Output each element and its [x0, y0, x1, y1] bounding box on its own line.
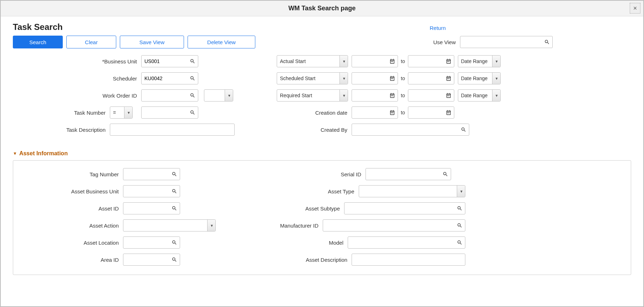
asset-id-lookup[interactable]: [123, 202, 180, 214]
delete-view-button[interactable]: Delete View: [188, 36, 255, 48]
save-view-button[interactable]: Save View: [120, 36, 184, 48]
asset-location-lookup[interactable]: [123, 236, 180, 249]
asset-bu-input[interactable]: [123, 185, 180, 197]
asset-description-label: Asset Description: [266, 257, 352, 263]
required-start-to-date[interactable]: [408, 89, 454, 102]
required-start-from-date[interactable]: [352, 89, 398, 102]
scheduled-start-value: Scheduled Start: [280, 76, 316, 81]
task-number-op-value: =: [113, 110, 116, 115]
actual-start-to-input[interactable]: [408, 55, 454, 67]
task-number-label: Task Number: [13, 110, 110, 116]
model-input[interactable]: [348, 236, 465, 249]
created-by-lookup[interactable]: [352, 124, 469, 136]
actual-start-range-select[interactable]: Date Range ▼: [458, 55, 501, 67]
scheduled-start-to-input[interactable]: [408, 72, 454, 84]
asset-subtype-label: Asset Subtype: [266, 205, 344, 212]
asset-id-input[interactable]: [123, 202, 180, 214]
scheduler-label: Scheduler: [13, 76, 141, 82]
creation-date-label: Creation date: [277, 110, 352, 116]
scheduled-start-range-select[interactable]: Date Range ▼: [458, 72, 501, 84]
asset-type-select[interactable]: ▼: [359, 185, 465, 197]
asset-type-label: Asset Type: [266, 188, 359, 194]
asset-section-box: Tag Number Asset Business Unit Asset ID: [13, 160, 631, 275]
business-unit-lookup[interactable]: [141, 55, 198, 67]
asset-subtype-input[interactable]: [344, 202, 465, 214]
work-order-aux-select[interactable]: ▼: [204, 89, 233, 102]
use-view-input[interactable]: [460, 36, 553, 48]
chevron-down-icon: ▼: [460, 189, 463, 193]
content-scroll[interactable]: Task Search Return Search Clear Save Vie…: [1, 16, 643, 306]
asset-description-input[interactable]: [352, 254, 465, 266]
actual-start-select[interactable]: Actual Start ▼: [277, 55, 348, 67]
tag-number-label: Tag Number: [23, 171, 123, 177]
use-view-lookup[interactable]: [460, 36, 553, 48]
required-start-range-select[interactable]: Date Range ▼: [458, 89, 501, 102]
chevron-down-icon: ▼: [127, 111, 131, 115]
caret-down-icon: ▼: [13, 151, 17, 156]
chevron-down-icon: ▼: [342, 77, 346, 80]
close-button[interactable]: ×: [630, 3, 640, 14]
to-label: to: [401, 76, 405, 81]
serial-id-lookup[interactable]: [366, 168, 451, 180]
required-start-to-input[interactable]: [408, 89, 454, 102]
creation-date-to[interactable]: [408, 106, 454, 119]
manufacturer-id-label: Manufacturer ID: [266, 223, 323, 229]
asset-bu-lookup[interactable]: [123, 185, 180, 197]
created-by-input[interactable]: [352, 124, 469, 136]
creation-date-to-input[interactable]: [408, 106, 454, 119]
asset-id-label: Asset ID: [23, 205, 123, 212]
asset-subtype-lookup[interactable]: [344, 202, 465, 214]
to-label: to: [401, 93, 405, 98]
scheduler-lookup[interactable]: [141, 72, 198, 84]
chevron-down-icon: ▼: [495, 59, 499, 63]
creation-date-from[interactable]: [352, 106, 398, 119]
asset-action-label: Asset Action: [23, 223, 123, 229]
chevron-down-icon: ▼: [210, 224, 214, 228]
task-number-input[interactable]: [141, 106, 198, 119]
window-title: WM Task Search page: [288, 5, 356, 12]
chevron-down-icon: ▼: [495, 94, 499, 98]
date-range-value: Date Range: [461, 58, 488, 64]
scheduled-start-select[interactable]: Scheduled Start ▼: [277, 72, 348, 84]
titlebar: WM Task Search page ×: [1, 1, 643, 16]
actual-start-from-date[interactable]: [352, 55, 398, 67]
tag-number-lookup[interactable]: [123, 168, 180, 180]
area-id-input[interactable]: [123, 254, 180, 266]
actual-start-to-date[interactable]: [408, 55, 454, 67]
chevron-down-icon: ▼: [342, 94, 346, 98]
area-id-lookup[interactable]: [123, 254, 180, 266]
work-order-id-lookup[interactable]: [141, 89, 198, 102]
task-description-input[interactable]: [110, 124, 235, 136]
scheduled-start-to-date[interactable]: [408, 72, 454, 84]
model-label: Model: [266, 240, 348, 246]
asset-location-label: Asset Location: [23, 240, 123, 246]
model-lookup[interactable]: [348, 236, 465, 249]
required-start-select[interactable]: Required Start ▼: [277, 89, 348, 102]
serial-id-input[interactable]: [366, 168, 451, 180]
task-number-lookup[interactable]: [141, 106, 198, 119]
actual-start-value: Actual Start: [280, 58, 306, 64]
asset-section-toggle[interactable]: ▼ Asset Information: [13, 150, 631, 157]
return-link[interactable]: Return: [430, 25, 446, 31]
required-start-value: Required Start: [280, 93, 312, 98]
scheduled-start-from-input[interactable]: [352, 72, 398, 84]
work-order-id-input[interactable]: [141, 89, 198, 102]
manufacturer-id-lookup[interactable]: [323, 219, 465, 231]
task-number-op-select[interactable]: = ▼: [110, 106, 133, 119]
tag-number-input[interactable]: [123, 168, 180, 180]
manufacturer-id-input[interactable]: [323, 219, 465, 231]
asset-location-input[interactable]: [123, 236, 180, 249]
date-range-value: Date Range: [461, 76, 488, 81]
clear-button[interactable]: Clear: [66, 36, 116, 48]
business-unit-input[interactable]: [141, 55, 198, 67]
chevron-down-icon: ▼: [342, 59, 346, 63]
creation-date-from-input[interactable]: [352, 106, 398, 119]
scheduler-input[interactable]: [141, 72, 198, 84]
required-start-from-input[interactable]: [352, 89, 398, 102]
asset-bu-label: Asset Business Unit: [23, 188, 123, 194]
search-button[interactable]: Search: [13, 36, 63, 48]
use-view-label: Use View: [433, 39, 456, 45]
actual-start-from-input[interactable]: [352, 55, 398, 67]
asset-action-select[interactable]: ▼: [123, 219, 216, 231]
scheduled-start-from-date[interactable]: [352, 72, 398, 84]
